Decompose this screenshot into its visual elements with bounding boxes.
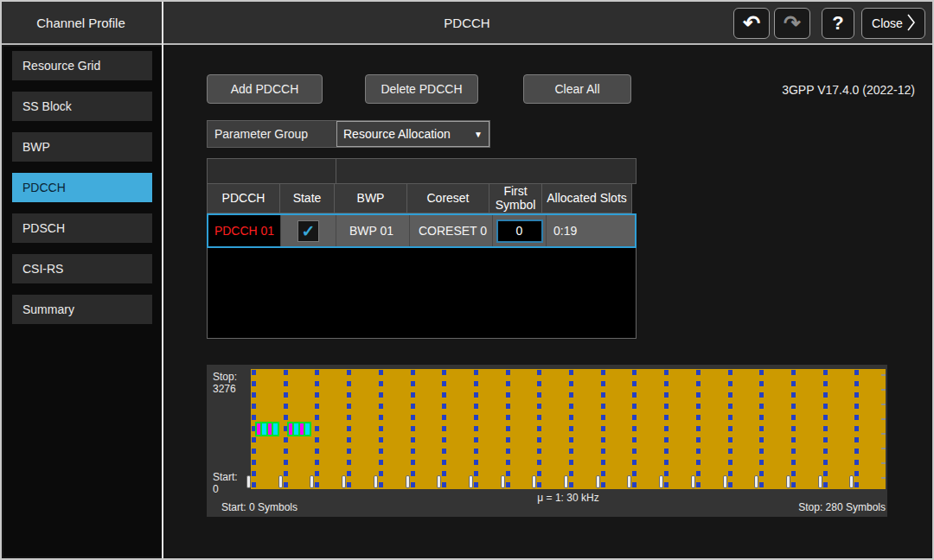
slot-tick-marker — [596, 475, 600, 488]
slot-boundary-line — [728, 370, 732, 488]
resource-grid-plot — [251, 369, 886, 489]
undo-button[interactable]: ↶ — [733, 8, 770, 39]
standard-version-label: 3GPP V17.4.0 (2022-12) — [782, 83, 915, 97]
redo-icon: ↷ — [784, 11, 801, 35]
pdcch-dmrs-stripe — [268, 423, 272, 435]
column-header-state: State — [279, 184, 335, 213]
sidebar-item-pdcch[interactable]: PDCCH — [12, 173, 152, 202]
parameter-group-dropdown[interactable]: Resource Allocation ▼ — [336, 121, 489, 147]
sidebar-item-ss-block[interactable]: SS Block — [12, 92, 152, 121]
slot-boundary-line — [664, 370, 669, 488]
sidebar-item-pdsch[interactable]: PDSCH — [12, 213, 152, 243]
group-header-cell — [207, 158, 336, 184]
checkmark-icon: ✓ — [302, 221, 316, 241]
pdcch-table: PDCCH State BWP Coreset First Symbol All… — [207, 158, 637, 248]
first-symbol-input[interactable] — [496, 220, 543, 243]
slot-boundary-line — [696, 370, 700, 488]
sidebar: Resource GridSS BlockBWPPDCCHPDSCHCSI-RS… — [3, 47, 162, 557]
pdcch-dmrs-stripe — [257, 423, 260, 435]
slot-tick-marker — [691, 475, 695, 488]
column-header-pdcch: PDCCH — [207, 184, 280, 213]
slot-tick-marker — [532, 475, 536, 488]
x-axis-stop-label: Stop: 280 Symbols — [798, 501, 886, 513]
redo-button[interactable]: ↷ — [774, 8, 810, 39]
slot-tick-marker — [310, 475, 314, 488]
column-header-bwp: BWP — [334, 184, 407, 213]
x-axis-start-label: Start: 0 Symbols — [221, 501, 297, 513]
help-button[interactable]: ? — [822, 8, 854, 39]
plot-edge-tick — [881, 418, 886, 420]
sidebar-item-label: Summary — [22, 302, 74, 316]
titlebar-buttons: ↶ ↷ ? Close — [733, 8, 925, 39]
numerology-label: μ = 1: 30 kHz — [251, 492, 886, 504]
plot-edge-tick — [881, 448, 886, 449]
parameter-group-bar: Parameter Group Resource Allocation ▼ — [207, 120, 490, 148]
undo-icon: ↶ — [743, 11, 760, 35]
panel-divider — [162, 2, 163, 558]
slot-tick-marker — [627, 475, 631, 488]
close-button[interactable]: Close — [861, 8, 925, 39]
help-icon: ? — [832, 12, 843, 35]
pdcch-data-stripe — [305, 423, 310, 435]
pdcch-allocation-block — [255, 422, 279, 436]
close-button-label: Close — [872, 16, 903, 30]
panel-title: Channel Profile — [2, 2, 160, 43]
bwp-cell[interactable]: BWP 01 — [336, 215, 409, 246]
pdcch-data-stripe — [294, 423, 298, 435]
slot-boundary-line — [315, 370, 319, 488]
coreset-cell[interactable]: CORESET 0 — [409, 215, 492, 246]
slot-boundary-line — [537, 370, 541, 488]
slot-tick-marker — [406, 475, 410, 488]
slot-tick-marker — [818, 475, 822, 488]
slot-tick-marker — [659, 475, 663, 488]
pdcch-data-stripe — [273, 423, 278, 435]
slot-boundary-line — [506, 370, 510, 488]
table-header-row: PDCCH State BWP Coreset First Symbol All… — [207, 184, 637, 213]
sidebar-item-label: BWP — [22, 140, 50, 154]
plot-edge-tick — [881, 404, 886, 405]
slot-tick-marker — [754, 475, 758, 488]
slot-tick-marker — [723, 475, 727, 488]
pdcch-name-cell[interactable]: PDCCH 01 — [208, 215, 280, 246]
column-header-coreset: Coreset — [406, 184, 489, 213]
sidebar-item-csi-rs[interactable]: CSI-RS — [12, 254, 152, 283]
pdcch-data-stripe — [262, 423, 266, 435]
pdcch-dmrs-stripe — [300, 423, 304, 435]
state-checkbox[interactable]: ✓ — [297, 220, 319, 242]
table-row[interactable]: PDCCH 01 ✓ BWP 01 CORESET 0 0:19 — [207, 213, 637, 248]
slot-boundary-line — [791, 370, 796, 488]
add-pdcch-button[interactable]: Add PDCCH — [207, 74, 323, 104]
y-axis-start-label: Start: 0 — [213, 471, 238, 496]
slot-tick-marker — [342, 475, 346, 488]
clear-all-button[interactable]: Clear All — [523, 74, 631, 104]
slot-tick-marker — [278, 475, 283, 488]
slot-boundary-line — [823, 370, 828, 488]
slot-boundary-line — [569, 370, 573, 488]
sidebar-item-resource-grid[interactable]: Resource Grid — [12, 51, 152, 80]
sidebar-item-summary[interactable]: Summary — [12, 295, 152, 324]
app-window: Channel Profile PDCCH ↶ ↷ ? Close Resour… — [0, 0, 934, 560]
slot-tick-marker — [564, 475, 568, 488]
slot-tick-marker — [246, 475, 251, 488]
allocated-slots-cell[interactable]: 0:19 — [546, 215, 635, 246]
column-header-allocated-slots: Allocated Slots — [541, 184, 632, 213]
sidebar-item-bwp[interactable]: BWP — [12, 132, 152, 162]
slot-boundary-line — [379, 370, 383, 488]
plot-edge-tick — [881, 477, 886, 479]
first-symbol-cell — [492, 215, 546, 246]
slot-tick-marker — [469, 475, 473, 488]
main-panel: Add PDCCH Delete PDCCH Clear All 3GPP V1… — [163, 47, 931, 557]
table-empty-area — [207, 248, 637, 339]
state-cell: ✓ — [280, 215, 336, 246]
slot-boundary-line — [601, 370, 605, 488]
slot-boundary-line — [474, 370, 478, 488]
pdcch-dmrs-stripe — [289, 423, 292, 435]
resource-grid-chart: Stop: 3276 Start: 0 μ = 1: 30 kHz Start:… — [207, 365, 887, 517]
dropdown-arrow-icon: ▼ — [474, 130, 483, 139]
slot-boundary-line — [347, 370, 351, 488]
delete-pdcch-button[interactable]: Delete PDCCH — [365, 74, 478, 104]
slot-tick-marker — [849, 475, 854, 488]
column-header-first-symbol: First Symbol — [489, 184, 542, 213]
sidebar-item-label: PDSCH — [22, 221, 65, 235]
plot-edge-tick — [881, 389, 886, 391]
